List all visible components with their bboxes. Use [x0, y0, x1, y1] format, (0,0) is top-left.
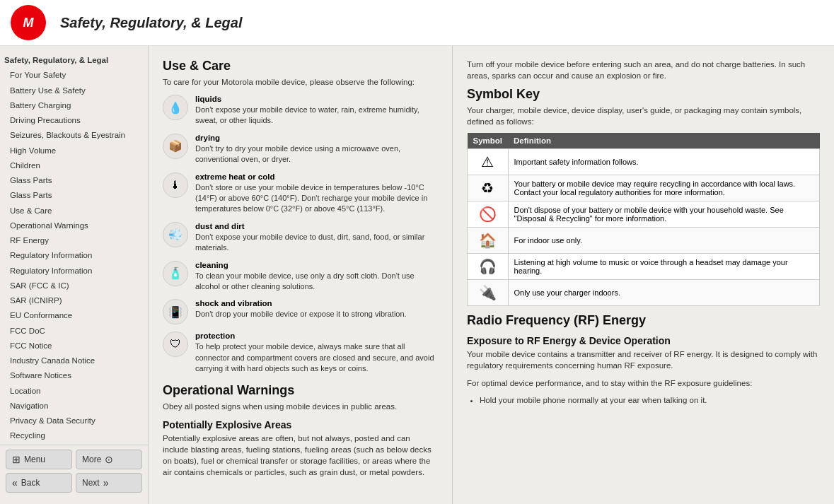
- definition-cell-5: Only use your charger indoors.: [508, 280, 819, 306]
- sidebar: Safety, Regulatory, & LegalFor Your Safe…: [0, 46, 149, 504]
- sidebar-item-safety-regulatory-legal[interactable]: Safety, Regulatory, & Legal: [0, 53, 148, 68]
- content-area: Use & Care To care for your Motorola mob…: [149, 46, 834, 504]
- more-icon: ⊙: [105, 454, 113, 465]
- symbol-row-1: ♻Your battery or mobile device may requi…: [468, 175, 820, 201]
- rf-exposure-title: Exposure to RF Energy & Device Operation: [467, 335, 820, 346]
- definition-cell-2: Don't dispose of your battery or mobile …: [508, 201, 819, 228]
- symbol-row-4: 🎧Listening at high volume to music or vo…: [468, 254, 820, 280]
- motorola-logo: M: [11, 5, 46, 40]
- care-title-liquids: liquids: [195, 95, 438, 103]
- rf-energy-title: Radio Frequency (RF) Energy: [467, 313, 820, 328]
- symbol-cell-3: 🏠: [468, 228, 509, 254]
- sidebar-item-regulatory-information2[interactable]: Regulatory Information: [0, 264, 148, 279]
- sidebar-item-operational-warnings[interactable]: Operational Warnings: [0, 218, 148, 233]
- left-panel: Use & Care To care for your Motorola mob…: [149, 46, 453, 504]
- care-desc-liquids: Don't expose your mobile device to water…: [195, 105, 438, 127]
- symbol-col-header: Symbol: [468, 133, 509, 149]
- sidebar-item-sar-icnirp[interactable]: SAR (ICNIRP): [0, 293, 148, 308]
- sidebar-item-for-your-safety[interactable]: For Your Safety: [0, 68, 148, 83]
- sidebar-item-navigation[interactable]: Navigation: [0, 399, 148, 414]
- care-text-extreme-heat: extreme heat or coldDon't store or use y…: [195, 172, 438, 215]
- care-icon-liquids: 💧: [163, 95, 188, 120]
- sidebar-item-recycling[interactable]: Recycling: [0, 428, 148, 443]
- care-title-cleaning: cleaning: [195, 261, 438, 269]
- care-title-extreme-heat: extreme heat or cold: [195, 172, 438, 181]
- sidebar-item-children[interactable]: Children: [0, 158, 148, 173]
- care-text-shock-vibration: shock and vibrationDon't drop your mobil…: [195, 299, 407, 320]
- rf-guidelines-list: Hold your mobile phone normally at your …: [480, 394, 820, 406]
- care-icon-drying: 📦: [163, 134, 188, 159]
- definition-cell-0: Important safety information follows.: [508, 149, 819, 175]
- sidebar-item-sar-fcc-ic[interactable]: SAR (FCC & IC): [0, 279, 148, 293]
- symbol-key-title: Symbol Key: [467, 87, 820, 102]
- menu-label: Menu: [24, 455, 45, 464]
- sidebar-item-glass-parts1[interactable]: Glass Parts: [0, 173, 148, 188]
- care-items-list: 💧liquidsDon't expose your mobile device …: [163, 95, 438, 374]
- symbol-table: Symbol Definition ⚠Important safety info…: [467, 133, 820, 306]
- rf-guideline-0: Hold your mobile phone normally at your …: [480, 394, 820, 406]
- sidebar-item-fcc-doc[interactable]: FCC DoC: [0, 324, 148, 339]
- back-button[interactable]: « Back: [6, 473, 72, 493]
- sidebar-item-regulatory-information1[interactable]: Regulatory Information: [0, 248, 148, 263]
- symbol-cell-4: 🎧: [468, 254, 509, 280]
- right-intro-text: Turn off your mobile device before enter…: [467, 59, 820, 81]
- care-text-drying: dryingDon't try to dry your mobile devic…: [195, 134, 438, 165]
- back-label: Back: [21, 478, 40, 488]
- sidebar-item-driving-precautions[interactable]: Driving Precautions: [0, 113, 148, 128]
- symbol-key-description: Your charger, mobile device, device disp…: [467, 105, 820, 127]
- sidebar-item-glass-parts2[interactable]: Glass Parts: [0, 188, 148, 203]
- symbol-cell-5: 🔌: [468, 280, 509, 306]
- sidebar-item-battery-use-safety[interactable]: Battery Use & Safety: [0, 83, 148, 98]
- page-title: Safety, Regulatory, & Legal: [60, 15, 242, 31]
- right-panel: Turn off your mobile device before enter…: [453, 46, 834, 504]
- care-icon-extreme-heat: 🌡: [163, 172, 188, 198]
- sidebar-item-rf-energy[interactable]: RF Energy: [0, 233, 148, 248]
- svg-text:M: M: [23, 16, 35, 30]
- header: M Safety, Regulatory, & Legal: [0, 0, 834, 46]
- care-title-protection: protection: [195, 332, 438, 340]
- operational-warnings-desc: Obey all posted signs when using mobile …: [163, 401, 438, 412]
- symbol-cell-2: 🚫: [468, 201, 509, 228]
- sidebar-item-seizures[interactable]: Seizures, Blackouts & Eyestrain: [0, 128, 148, 143]
- main-layout: Safety, Regulatory, & LegalFor Your Safe…: [0, 46, 834, 504]
- more-button[interactable]: More ⊙: [76, 450, 142, 469]
- care-icon-cleaning: 🧴: [163, 261, 188, 286]
- menu-button[interactable]: ⊞ Menu: [6, 450, 72, 469]
- sidebar-item-high-volume[interactable]: High Volume: [0, 143, 148, 158]
- next-label: Next: [82, 478, 100, 488]
- care-text-protection: protectionTo help protect your mobile de…: [195, 332, 438, 374]
- use-care-description: To care for your Motorola mobile device,…: [163, 76, 438, 88]
- sidebar-nav: Safety, Regulatory, & LegalFor Your Safe…: [0, 53, 148, 445]
- care-desc-extreme-heat: Don't store or use your mobile device in…: [195, 182, 438, 215]
- care-item-shock-vibration: 📳shock and vibrationDon't drop your mobi…: [163, 299, 438, 324]
- symbol-row-0: ⚠Important safety information follows.: [468, 149, 820, 175]
- rf-guidelines-title: For optimal device performance, and to s…: [467, 377, 820, 389]
- sidebar-item-industry-canada-notice[interactable]: Industry Canada Notice: [0, 353, 148, 368]
- sidebar-item-use-care[interactable]: Use & Care: [0, 204, 148, 218]
- care-text-cleaning: cleaningTo clean your mobile device, use…: [195, 261, 438, 293]
- sidebar-item-location[interactable]: Location: [0, 384, 148, 399]
- next-button[interactable]: Next »: [76, 473, 142, 493]
- symbol-row-2: 🚫Don't dispose of your battery or mobile…: [468, 201, 820, 228]
- definition-cell-3: For indoor use only.: [508, 228, 819, 254]
- care-title-dust-dirt: dust and dirt: [195, 222, 438, 230]
- potentially-explosive-title: Potentially Explosive Areas: [163, 419, 438, 430]
- definition-col-header: Definition: [508, 133, 819, 149]
- sidebar-item-eu-conformance[interactable]: EU Conformance: [0, 308, 148, 323]
- care-desc-shock-vibration: Don't drop your mobile device or expose …: [195, 309, 407, 320]
- sidebar-item-battery-charging[interactable]: Battery Charging: [0, 98, 148, 113]
- care-desc-cleaning: To clean your mobile device, use only a …: [195, 271, 438, 293]
- next-icon: »: [103, 477, 109, 488]
- sidebar-item-software-notices[interactable]: Software Notices: [0, 368, 148, 383]
- care-desc-protection: To help protect your mobile device, alwa…: [195, 341, 438, 374]
- care-item-liquids: 💧liquidsDon't expose your mobile device …: [163, 95, 438, 127]
- back-icon: «: [12, 477, 18, 488]
- care-item-cleaning: 🧴cleaningTo clean your mobile device, us…: [163, 261, 438, 293]
- symbol-table-body: ⚠Important safety information follows.♻Y…: [468, 149, 820, 306]
- care-icon-dust-dirt: 💨: [163, 222, 188, 247]
- care-title-drying: drying: [195, 134, 438, 142]
- sidebar-item-fcc-notice[interactable]: FCC Notice: [0, 339, 148, 353]
- care-icon-protection: 🛡: [163, 332, 188, 357]
- sidebar-item-privacy-data-security[interactable]: Privacy & Data Security: [0, 414, 148, 428]
- care-icon-shock-vibration: 📳: [163, 299, 188, 324]
